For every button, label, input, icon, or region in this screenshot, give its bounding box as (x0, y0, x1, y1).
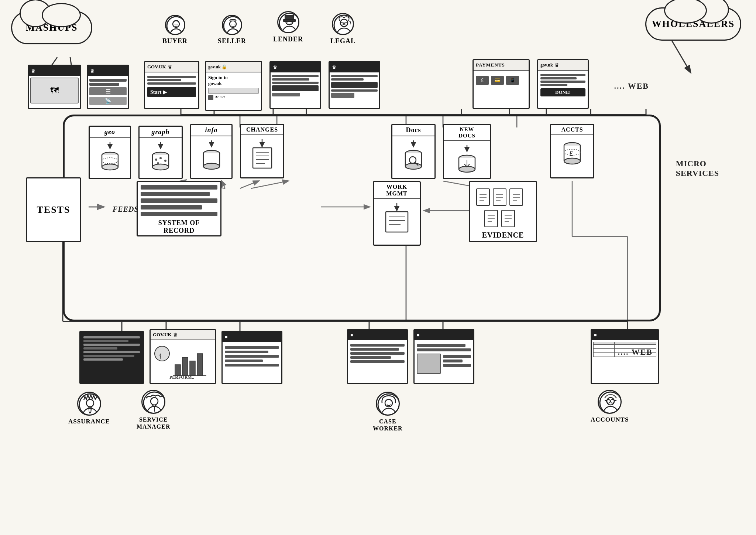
browser-gov1: GOV.UK ♛ Start ▶ (144, 61, 199, 109)
person-accounts: ACCOUNTS (591, 390, 629, 423)
case-worker-label: CASEWORKER (373, 418, 403, 432)
svg-line-52 (291, 22, 291, 23)
evidence: EVIDENCE (469, 181, 537, 242)
graph-label: graph (140, 127, 182, 138)
docs-label: Docs (392, 125, 434, 136)
browser-gov4: ♛ (329, 61, 380, 109)
svg-point-54 (340, 19, 348, 27)
svg-point-146 (86, 399, 94, 407)
service-manager-label: SERVICEMANAGER (137, 416, 170, 430)
accts-label: ACCTS (551, 125, 593, 135)
canvas: MASHUPS WHOLESALERS ♛ 🗺 ♛ ☰ 📡 GOV.UK (0, 0, 756, 535)
browser-text-list: ■ (221, 331, 282, 384)
svg-point-58 (344, 22, 347, 25)
svg-line-45 (231, 25, 232, 25)
service-card-docs: Docs (391, 124, 436, 179)
browser-bottom1 (79, 331, 144, 384)
svg-point-72 (152, 164, 169, 170)
svg-point-150 (151, 398, 158, 405)
svg-text:PERFORM..: PERFORM.. (169, 375, 194, 379)
svg-point-73 (155, 159, 157, 161)
legal-label: LEGAL (330, 37, 355, 45)
cloud-wholesalers-label: WHOLESALERS (654, 13, 733, 35)
svg-point-74 (159, 157, 162, 159)
svg-point-94 (405, 163, 422, 169)
new-docs-label: NEWDOCS (444, 125, 490, 141)
browser-caseworker2: ■ (413, 329, 474, 384)
service-card-graph: graph (138, 126, 183, 179)
svg-point-44 (230, 21, 236, 27)
svg-point-154 (600, 392, 621, 413)
svg-point-39 (167, 17, 185, 35)
svg-rect-140 (182, 357, 188, 376)
person-buyer: BUYER (162, 15, 188, 45)
person-case-worker: CASEWORKER (373, 392, 403, 432)
svg-rect-141 (190, 361, 195, 376)
svg-line-2 (672, 41, 690, 72)
svg-rect-84 (253, 148, 272, 168)
seller-label: SELLER (218, 37, 246, 45)
cloud-wholesalers: WHOLESALERS (645, 7, 741, 41)
micro-services-label: MICROSERVICES (676, 159, 719, 178)
svg-point-82 (203, 163, 220, 169)
browser-crown-icon: ♛ (31, 68, 36, 74)
info-label: info (191, 125, 231, 136)
browser-caseworker1: ■ (347, 329, 408, 384)
person-service-manager: SERVICEMANAGER (137, 390, 170, 430)
work-mgmt-label: WORKMGMT (374, 182, 420, 199)
service-card-new-docs: NEWDOCS (443, 124, 491, 179)
svg-line-56 (346, 24, 346, 24)
svg-point-65 (102, 164, 118, 170)
service-card-accts: ACCTS £ (550, 124, 594, 178)
web-label-top: .... WEB (614, 81, 649, 91)
svg-rect-139 (175, 365, 181, 376)
svg-text:£: £ (570, 150, 573, 157)
person-lender: LENDER (273, 11, 303, 43)
svg-line-42 (178, 25, 178, 25)
browser-crown2-icon: ♛ (90, 68, 95, 74)
person-seller: SELLER (218, 15, 246, 45)
browser-gov2: gov.uk 🔒 Sign in togov.uk 👁 1?! (205, 61, 262, 111)
browser-gov5: gov.uk ♛ DONE! (537, 59, 589, 109)
svg-rect-112 (386, 212, 408, 232)
web-label-bottom: .... WEB (618, 347, 653, 357)
svg-rect-142 (197, 354, 203, 376)
svg-point-136 (155, 346, 169, 361)
system-of-record: SYSTEM OFRECORD (137, 181, 221, 236)
geo-label: geo (90, 127, 130, 138)
svg-line-55 (342, 24, 343, 24)
svg-line-41 (175, 25, 175, 25)
svg-point-75 (164, 160, 166, 162)
feeds-label: FEEDS (113, 205, 139, 214)
browser-gov3: ♛ (269, 61, 321, 109)
person-legal: LEGAL (330, 13, 355, 45)
accounts-label: ACCOUNTS (591, 416, 629, 423)
service-card-changes: CHANGES (240, 124, 284, 178)
person-assurance: ASSURANCE (68, 392, 110, 425)
cloud-mashups-label: MASHUPS (20, 17, 84, 39)
cloud-mashups: MASHUPS (11, 11, 92, 44)
svg-point-108 (564, 158, 580, 164)
browser-mashup1: ♛ 🗺 (28, 65, 81, 109)
browser-payments: PAYMENTS £ 💳 📱 (472, 59, 530, 109)
changes-label: CHANGES (241, 125, 283, 135)
browser-govuk-perform: GOV.UK ♛ PERFORM.. (150, 329, 216, 384)
tests-label: TESTS (37, 204, 71, 215)
work-mgmt: WORKMGMT (373, 181, 421, 246)
lender-label: LENDER (273, 35, 303, 43)
assurance-label: ASSURANCE (68, 418, 110, 425)
svg-line-51 (288, 22, 288, 23)
browser-mashup2: ♛ ☰ 📡 (87, 65, 129, 109)
svg-line-46 (234, 25, 235, 25)
svg-point-152 (378, 394, 399, 415)
buyer-label: BUYER (162, 37, 188, 45)
service-card-geo: geo (89, 126, 131, 179)
service-card-info: info (190, 124, 233, 179)
svg-point-157 (611, 399, 614, 403)
svg-rect-50 (283, 20, 296, 21)
svg-point-76 (157, 162, 159, 164)
tests-box: TESTS (26, 177, 81, 242)
